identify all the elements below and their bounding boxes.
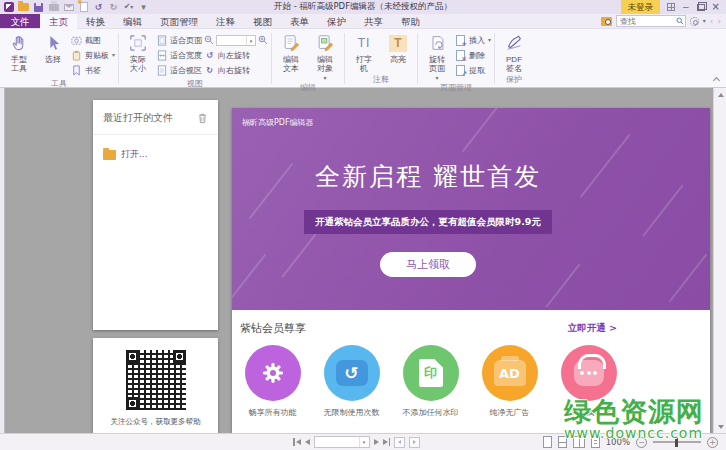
claim-now-button[interactable]: 马上领取 <box>380 252 476 277</box>
tab-scroll-right-icon[interactable]: › <box>717 17 721 26</box>
edit-object-button[interactable]: 编辑对象 ▾ <box>309 31 341 81</box>
rotate-right-button[interactable]: ↻ 向右旋转 <box>204 63 268 77</box>
tab-view[interactable]: 视图 <box>244 14 281 28</box>
page-navigation: ▾ <box>293 436 420 448</box>
clipboard-button[interactable]: 剪贴板 ▾ <box>71 48 115 62</box>
left-panel-collapsed[interactable] <box>0 88 5 433</box>
search-options-caret-icon[interactable]: ▾ <box>703 18 706 24</box>
feature-no-ads: AD 纯净无广告 <box>470 345 549 418</box>
promo-banner[interactable]: 福昕高级PDF编辑器 全新启程 耀世首发 开通紫钻会员立享品质办公，更有超值会员… <box>232 108 710 310</box>
close-button[interactable]: × <box>712 2 720 12</box>
previous-page-button[interactable] <box>305 439 310 445</box>
customize-toolbar-button[interactable]: ▾ <box>138 2 149 13</box>
feature-unlimited-uses: ↺ 无限制使用次数 <box>312 345 391 418</box>
banner-subline-ribbon: 开通紫钻会员立享品质办公，更有超值会员限时9.9元 <box>304 210 552 234</box>
group-label-page-management: 页面管理 <box>421 81 491 95</box>
tab-comment[interactable]: 注释 <box>207 14 244 28</box>
last-page-button[interactable] <box>383 438 391 446</box>
tab-convert[interactable]: 转换 <box>77 14 114 28</box>
insert-page-icon: + <box>455 35 466 46</box>
find-bar: ▾ ‹ › <box>601 14 726 28</box>
edit-text-button[interactable]: 编辑文本 <box>275 31 307 73</box>
qr-caption: 关注公众号，获取更多帮助 <box>93 417 218 427</box>
email-button[interactable] <box>63 2 74 13</box>
tab-form[interactable]: 表单 <box>281 14 318 28</box>
recent-files-title: 最近打开的文件 <box>103 111 173 125</box>
pdf-sign-button[interactable]: PDF签名 <box>498 31 530 73</box>
scroll-down-icon[interactable] <box>714 420 726 433</box>
zoom-controls: ▾ <box>204 33 268 47</box>
tab-file[interactable]: 文件 <box>0 14 40 28</box>
feature-vip-support: VIP专属客服 <box>549 345 628 418</box>
actual-size-button[interactable]: 实际大小 <box>122 31 154 73</box>
extract-page-icon: ↗ <box>455 65 466 76</box>
insert-page-button[interactable]: + 插入 ▾ <box>455 33 491 47</box>
single-page-view-icon[interactable] <box>543 436 552 448</box>
search-icon[interactable] <box>676 17 684 25</box>
extract-page-button[interactable]: ↗ 提取 <box>455 63 491 77</box>
app-window: ↺ ↻ ✔▾ ▾ 开始 - 福昕高级PDF编辑器（未经授权的产品） 未登录 − … <box>0 0 726 450</box>
search-in-folder-icon[interactable] <box>601 17 612 26</box>
previous-view-button[interactable] <box>394 437 405 448</box>
bookmark-button[interactable]: 书签 <box>71 63 115 77</box>
vertical-scrollbar[interactable] <box>713 88 726 433</box>
next-page-button[interactable] <box>374 439 379 445</box>
continuous-facing-view-icon[interactable] <box>591 436 600 448</box>
first-page-button[interactable] <box>293 438 301 446</box>
zoom-in-icon[interactable] <box>258 35 268 45</box>
undo-button[interactable]: ↺ <box>93 2 104 13</box>
facing-view-icon[interactable] <box>573 436 585 448</box>
tab-home[interactable]: 主页 <box>40 14 77 29</box>
save-button[interactable] <box>33 2 44 13</box>
tab-help[interactable]: 帮助 <box>392 14 429 28</box>
zoom-slider-thumb[interactable] <box>675 437 678 447</box>
new-document-button[interactable] <box>78 2 89 13</box>
typewriter-button[interactable]: TI 打字机 <box>348 31 380 73</box>
rotate-pages-button[interactable]: 旋转页面 ▾ <box>421 31 453 81</box>
ribbon-tab-bar: 文件 主页 转换 编辑 页面管理 注释 视图 表单 保护 共享 帮助 ▾ ‹ › <box>0 14 726 29</box>
layout-grid-icon[interactable] <box>667 3 675 11</box>
status-bar: ▾ 100% − + <box>0 433 726 450</box>
fit-page-button[interactable]: 适合页面 <box>156 33 202 47</box>
tab-share[interactable]: 共享 <box>355 14 392 28</box>
highlight-button[interactable]: T 高亮 <box>382 31 414 64</box>
zoom-slider[interactable] <box>653 441 701 443</box>
open-file-button[interactable] <box>18 2 29 13</box>
login-status-badge[interactable]: 未登录 <box>621 0 661 14</box>
collapse-ribbon-icon[interactable] <box>713 77 720 84</box>
no-ads-icon: AD <box>482 345 538 401</box>
print-button[interactable] <box>48 2 59 13</box>
hand-tool-button[interactable]: 手型工具 <box>3 31 35 73</box>
open-file-link[interactable]: 打开... <box>93 135 218 174</box>
tab-protect[interactable]: 保护 <box>318 14 355 28</box>
delete-page-button[interactable]: × 删除 <box>455 48 491 62</box>
tab-scroll-left-icon[interactable]: ‹ <box>710 17 714 26</box>
group-label-tools: 工具 <box>3 77 115 91</box>
rotate-left-button[interactable]: ↺ 向左旋转 <box>204 48 268 62</box>
fit-visible-button[interactable]: 适合视区 <box>156 63 202 77</box>
tab-page-management[interactable]: 页面管理 <box>151 14 207 28</box>
hand-tool-quick-button[interactable]: ✔▾ <box>123 2 134 13</box>
membership-title: 紫钻会员尊享 <box>240 321 306 336</box>
search-options-gear-icon[interactable] <box>690 17 699 26</box>
scroll-up-icon[interactable] <box>714 88 726 101</box>
restore-button[interactable] <box>697 4 705 11</box>
zoom-out-icon[interactable] <box>204 35 214 45</box>
zoom-level-combobox[interactable]: ▾ <box>216 35 256 46</box>
feature-list: 畅享所有功能 ↺ 无限制使用次数 印 不添加任何水印 <box>232 345 710 418</box>
start-page-panel: 福昕高级PDF编辑器 全新启程 耀世首发 开通紫钻会员立享品质办公，更有超值会员… <box>232 108 710 433</box>
snapshot-button[interactable]: 截图 <box>71 33 115 47</box>
zoom-out-button[interactable]: − <box>636 437 647 448</box>
clear-recent-trash-icon[interactable] <box>197 112 208 124</box>
zoom-in-button[interactable]: + <box>707 437 718 448</box>
snapshot-icon <box>71 35 82 46</box>
tab-edit[interactable]: 编辑 <box>114 14 151 28</box>
select-tool-button[interactable]: 选择 <box>37 31 69 64</box>
activate-now-link[interactable]: 立即开通 > <box>568 322 617 335</box>
next-view-button[interactable] <box>409 437 420 448</box>
fit-width-button[interactable]: 适合宽度 <box>156 48 202 62</box>
continuous-view-icon[interactable] <box>558 436 567 448</box>
page-number-combobox[interactable]: ▾ <box>314 436 370 448</box>
minimize-button[interactable]: − <box>682 3 690 12</box>
redo-button[interactable]: ↻ <box>108 2 119 13</box>
